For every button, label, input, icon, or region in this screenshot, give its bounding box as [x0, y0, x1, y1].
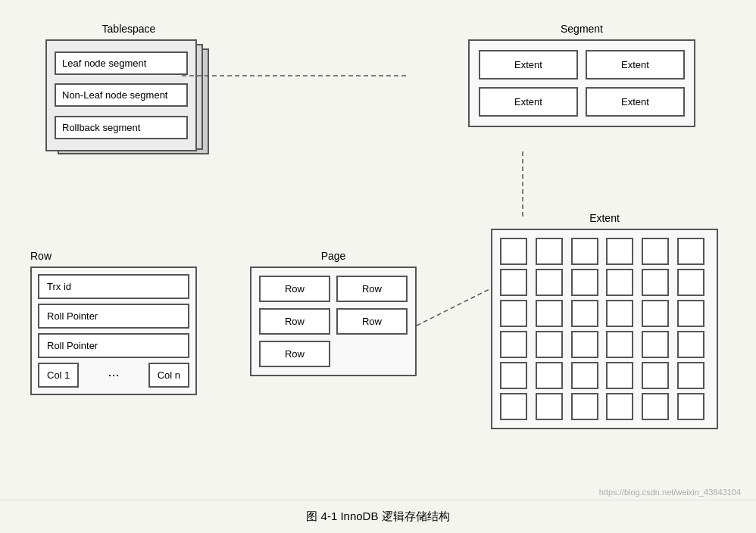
extent-grid-cell [571, 393, 598, 420]
segment-box: Extent Extent Extent Extent [468, 39, 695, 127]
extent-grid-cell [642, 331, 669, 358]
extent-grid-cell [536, 393, 563, 420]
page-row-4: Row [336, 308, 408, 335]
extent-grid-cell [500, 300, 527, 327]
extent-grid-cell [677, 269, 704, 296]
extent-grid-cell [571, 331, 598, 358]
extent-grid-cell [642, 300, 669, 327]
extent-cell-1: Extent [479, 50, 578, 79]
page-row-2: Row [336, 276, 408, 302]
extent-grid-cell [642, 393, 669, 420]
segment-label: Segment [468, 23, 695, 35]
extent-grid-cell [500, 269, 527, 296]
ts-page-front: Leaf node segment Non-Leaf node segment … [45, 39, 197, 151]
row-trxid: Trx id [38, 274, 189, 299]
extent-cell-3: Extent [479, 87, 578, 117]
extent-grid-cell [606, 238, 633, 265]
segment-rollback: Rollback segment [55, 116, 188, 139]
row-box: Trx id Roll Pointer Roll Pointer Col 1 ·… [30, 266, 197, 395]
extent-grid-cell [642, 269, 669, 296]
extent-grid-cell [677, 393, 704, 420]
row-rollptr2: Roll Pointer [38, 333, 189, 358]
row-label: Row [30, 250, 197, 262]
row-rollptr1: Roll Pointer [38, 304, 189, 329]
extent-grid-cell [606, 331, 633, 358]
extent-grid-cell [677, 238, 704, 265]
extent-grid-cell [536, 269, 563, 296]
extent-grid-cell [536, 238, 563, 265]
extent-grid-cell [642, 362, 669, 389]
extent-grid-cell [606, 300, 633, 327]
extent-cell-4: Extent [586, 87, 685, 117]
coln-cell: Col n [148, 363, 189, 388]
watermark: https://blog.csdn.net/weixin_43843104 [599, 488, 741, 497]
tablespace-label: Tablespace [30, 23, 227, 35]
extent-grid-cell [677, 331, 704, 358]
extent-grid-cell [642, 238, 669, 265]
page-row-3: Row [259, 308, 330, 335]
page-label: Page [250, 250, 417, 262]
segment-nonleaf: Non-Leaf node segment [55, 83, 188, 107]
extent-cell-2: Extent [586, 50, 685, 79]
row-area: Row Trx id Roll Pointer Roll Pointer Col… [30, 250, 197, 395]
extent-grid-cell [536, 300, 563, 327]
segment-leaf: Leaf node segment [55, 51, 188, 75]
tablespace-stack: Leaf node segment Non-Leaf node segment … [45, 39, 212, 168]
page-area: Page Row Row Row Row Row [250, 250, 417, 376]
extent-grid-cell [500, 238, 527, 265]
extent-grid-cell [606, 393, 633, 420]
col1-cell: Col 1 [38, 363, 79, 388]
extent-grid-cell [500, 331, 527, 358]
ellipsis: ··· [83, 367, 143, 383]
extent-grid-cell [677, 362, 704, 389]
page-row-1: Row [259, 276, 330, 302]
extent-grid-cell [606, 269, 633, 296]
svg-line-2 [417, 288, 492, 326]
extent-grid-cell [571, 300, 598, 327]
page-row-5: Row [259, 341, 330, 367]
extent-grid-box [491, 229, 718, 429]
extent-grid-cell [571, 238, 598, 265]
extent-grid-cell [500, 393, 527, 420]
page-box: Row Row Row Row Row [250, 266, 417, 376]
extent-grid-cell [606, 362, 633, 389]
extent-grid-cell [677, 300, 704, 327]
extent-grid-cell [500, 362, 527, 389]
extent-area: Extent [491, 212, 718, 429]
extent-grid-cell [536, 331, 563, 358]
caption-text: 图 4-1 InnoDB 逻辑存储结构 [306, 510, 449, 524]
diagram-container: Tablespace Leaf node segment Non-Leaf no… [0, 0, 756, 500]
extent-grid-cell [571, 269, 598, 296]
tablespace-area: Tablespace Leaf node segment Non-Leaf no… [30, 23, 227, 168]
row-col-row: Col 1 ··· Col n [38, 363, 189, 388]
extent-grid-cell [536, 362, 563, 389]
extent-grid-cell [571, 362, 598, 389]
extent-label: Extent [491, 212, 718, 224]
segment-area: Segment Extent Extent Extent Extent [468, 23, 695, 127]
caption-bar: 图 4-1 InnoDB 逻辑存储结构 [0, 500, 756, 533]
